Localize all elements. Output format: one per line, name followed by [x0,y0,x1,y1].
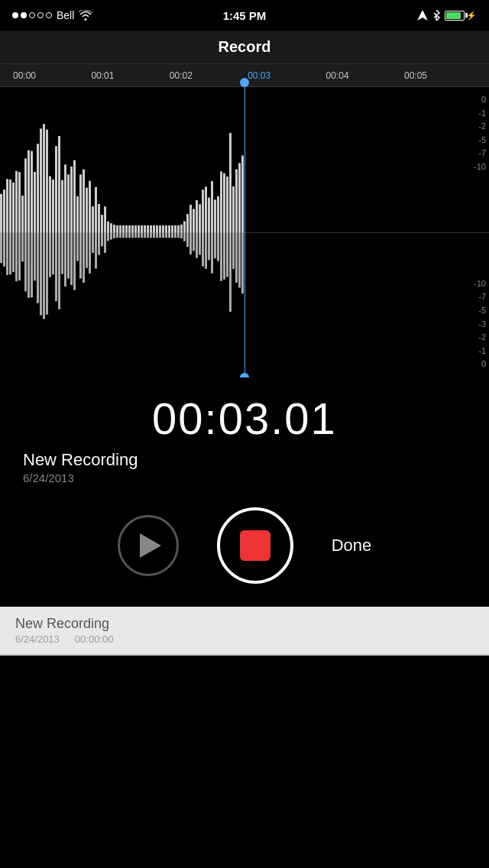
status-right: ⚡ [417,10,477,21]
svg-rect-82 [122,232,125,238]
svg-rect-112 [168,232,170,238]
db-labels-top: 0 -1 -2 -5 -7 -10 [474,93,486,174]
svg-rect-27 [40,128,42,232]
svg-rect-55 [83,170,85,232]
svg-rect-97 [147,225,149,232]
svg-rect-107 [162,225,164,232]
svg-rect-70 [104,232,106,253]
svg-rect-129 [196,200,198,232]
play-button[interactable] [118,515,179,576]
svg-rect-150 [226,232,228,277]
svg-rect-157 [238,163,241,232]
playhead-indicator-top [240,78,249,87]
wifi-icon [79,10,92,21]
svg-rect-146 [220,232,222,281]
svg-rect-80 [119,232,121,238]
list-item[interactable]: New Recording 6/24/2013 00:00:00 [0,607,489,655]
svg-rect-8 [9,232,11,274]
done-button[interactable]: Done [332,536,372,555]
svg-rect-69 [104,206,106,232]
svg-rect-158 [238,232,241,287]
svg-rect-74 [110,232,112,239]
waveform-container[interactable]: 0 -1 -2 -5 -7 -10 0 -1 -2 -3 -5 -7 -10 [0,87,489,377]
recording-name: New Recording [23,450,466,470]
svg-rect-22 [31,232,33,297]
svg-rect-31 [46,130,48,232]
svg-rect-130 [196,232,198,258]
svg-rect-44 [64,232,66,287]
status-left: Bell [12,9,92,21]
svg-rect-111 [168,225,170,232]
record-button[interactable] [217,507,293,584]
svg-rect-16 [21,232,24,261]
svg-rect-91 [138,225,140,232]
svg-rect-67 [101,215,103,232]
svg-rect-34 [49,232,51,277]
svg-rect-13 [18,172,21,232]
svg-rect-92 [138,232,140,238]
svg-rect-138 [208,232,210,260]
svg-rect-93 [141,225,143,232]
svg-rect-51 [76,196,79,232]
svg-rect-85 [128,225,131,232]
svg-rect-26 [37,232,39,303]
svg-rect-63 [95,187,97,232]
svg-rect-106 [159,232,161,238]
svg-rect-5 [6,179,8,232]
recording-list: New Recording 6/24/2013 00:00:00 [0,607,489,655]
bottom-area [0,655,489,656]
svg-rect-71 [107,222,109,232]
svg-rect-136 [205,232,207,269]
svg-rect-118 [177,232,180,238]
signal-dot-5 [46,12,52,18]
time-marker-3: 00:03 [248,70,270,81]
signal-dot-2 [21,12,27,18]
svg-rect-48 [70,232,73,285]
svg-rect-38 [55,232,57,301]
svg-rect-28 [40,232,42,316]
svg-rect-115 [174,225,176,232]
svg-rect-108 [162,232,164,238]
svg-rect-54 [79,232,82,279]
svg-rect-87 [131,225,134,232]
svg-rect-142 [214,232,216,258]
svg-rect-153 [232,186,235,232]
svg-rect-131 [199,204,201,232]
svg-rect-29 [43,124,45,232]
page-title: Record [219,38,271,56]
recorder-info: 00:03.01 New Recording 6/24/2013 [0,377,489,492]
svg-marker-0 [417,10,428,21]
svg-rect-75 [113,225,115,232]
svg-rect-66 [98,232,100,255]
svg-rect-149 [226,177,228,232]
svg-rect-132 [199,232,201,254]
svg-rect-32 [46,232,48,315]
svg-rect-151 [229,133,232,232]
time-marker-2: 00:02 [170,70,193,81]
status-time: 1:45 PM [223,9,267,22]
svg-rect-139 [211,181,213,232]
svg-rect-45 [67,174,70,232]
svg-rect-24 [34,232,36,280]
svg-rect-77 [116,225,118,232]
svg-rect-46 [67,232,70,279]
svg-rect-117 [177,225,180,232]
svg-rect-155 [235,169,238,232]
svg-rect-59 [89,181,91,232]
svg-rect-20 [28,232,30,298]
svg-rect-33 [49,177,51,232]
svg-rect-53 [79,174,82,232]
svg-rect-17 [24,158,27,232]
svg-rect-76 [113,232,115,238]
time-marker-1: 00:01 [91,70,114,81]
svg-rect-21 [31,151,33,232]
svg-rect-73 [110,223,112,232]
timeline-ruler[interactable]: 00:00 00:01 00:02 00:03 00:04 00:05 [0,64,489,87]
svg-rect-124 [186,232,189,247]
svg-rect-90 [134,232,137,238]
svg-rect-23 [34,172,36,232]
svg-rect-147 [223,173,225,232]
battery-icon [445,11,465,21]
svg-rect-61 [92,206,94,232]
svg-rect-37 [55,146,57,232]
